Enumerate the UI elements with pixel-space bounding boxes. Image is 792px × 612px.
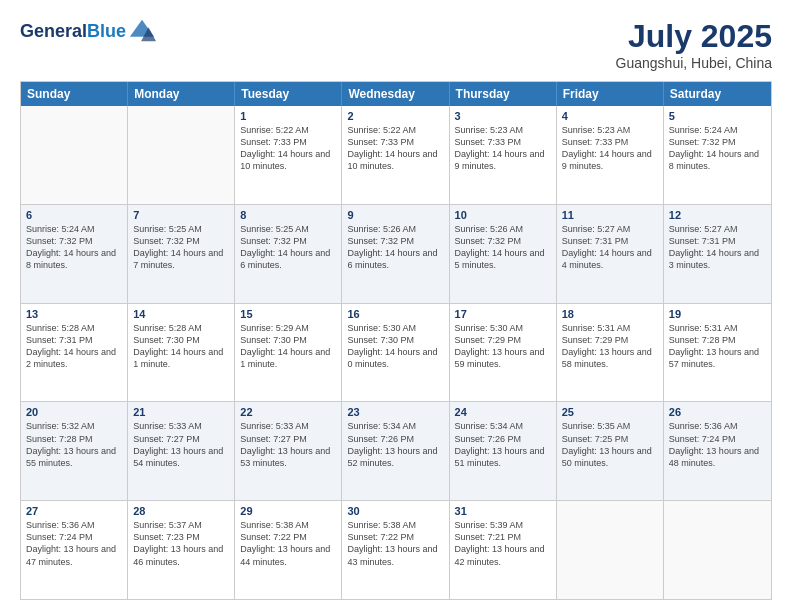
cell-details: Sunrise: 5:39 AM Sunset: 7:21 PM Dayligh… [455, 519, 551, 568]
calendar-cell: 20Sunrise: 5:32 AM Sunset: 7:28 PM Dayli… [21, 402, 128, 500]
page-header: GeneralBlue July 2025 Guangshui, Hubei, … [20, 18, 772, 71]
cell-details: Sunrise: 5:30 AM Sunset: 7:30 PM Dayligh… [347, 322, 443, 371]
calendar-header: SundayMondayTuesdayWednesdayThursdayFrid… [21, 82, 771, 106]
cell-details: Sunrise: 5:35 AM Sunset: 7:25 PM Dayligh… [562, 420, 658, 469]
weekday-header: Thursday [450, 82, 557, 106]
calendar-cell [128, 106, 235, 204]
calendar-cell: 3Sunrise: 5:23 AM Sunset: 7:33 PM Daylig… [450, 106, 557, 204]
day-number: 21 [133, 406, 229, 418]
day-number: 11 [562, 209, 658, 221]
cell-details: Sunrise: 5:36 AM Sunset: 7:24 PM Dayligh… [669, 420, 766, 469]
calendar-cell: 2Sunrise: 5:22 AM Sunset: 7:33 PM Daylig… [342, 106, 449, 204]
calendar-cell: 22Sunrise: 5:33 AM Sunset: 7:27 PM Dayli… [235, 402, 342, 500]
calendar-cell: 26Sunrise: 5:36 AM Sunset: 7:24 PM Dayli… [664, 402, 771, 500]
calendar-cell: 10Sunrise: 5:26 AM Sunset: 7:32 PM Dayli… [450, 205, 557, 303]
cell-details: Sunrise: 5:36 AM Sunset: 7:24 PM Dayligh… [26, 519, 122, 568]
cell-details: Sunrise: 5:31 AM Sunset: 7:29 PM Dayligh… [562, 322, 658, 371]
cell-details: Sunrise: 5:22 AM Sunset: 7:33 PM Dayligh… [240, 124, 336, 173]
cell-details: Sunrise: 5:33 AM Sunset: 7:27 PM Dayligh… [133, 420, 229, 469]
weekday-header: Sunday [21, 82, 128, 106]
calendar-cell [664, 501, 771, 599]
cell-details: Sunrise: 5:25 AM Sunset: 7:32 PM Dayligh… [133, 223, 229, 272]
calendar-cell: 18Sunrise: 5:31 AM Sunset: 7:29 PM Dayli… [557, 304, 664, 402]
day-number: 19 [669, 308, 766, 320]
day-number: 14 [133, 308, 229, 320]
cell-details: Sunrise: 5:34 AM Sunset: 7:26 PM Dayligh… [347, 420, 443, 469]
calendar-cell: 29Sunrise: 5:38 AM Sunset: 7:22 PM Dayli… [235, 501, 342, 599]
month-title: July 2025 [616, 18, 772, 55]
calendar-cell: 9Sunrise: 5:26 AM Sunset: 7:32 PM Daylig… [342, 205, 449, 303]
weekday-header: Friday [557, 82, 664, 106]
calendar-cell: 14Sunrise: 5:28 AM Sunset: 7:30 PM Dayli… [128, 304, 235, 402]
day-number: 26 [669, 406, 766, 418]
day-number: 7 [133, 209, 229, 221]
calendar-cell: 12Sunrise: 5:27 AM Sunset: 7:31 PM Dayli… [664, 205, 771, 303]
day-number: 27 [26, 505, 122, 517]
cell-details: Sunrise: 5:23 AM Sunset: 7:33 PM Dayligh… [455, 124, 551, 173]
calendar-cell: 7Sunrise: 5:25 AM Sunset: 7:32 PM Daylig… [128, 205, 235, 303]
cell-details: Sunrise: 5:23 AM Sunset: 7:33 PM Dayligh… [562, 124, 658, 173]
cell-details: Sunrise: 5:28 AM Sunset: 7:30 PM Dayligh… [133, 322, 229, 371]
calendar-cell: 28Sunrise: 5:37 AM Sunset: 7:23 PM Dayli… [128, 501, 235, 599]
day-number: 30 [347, 505, 443, 517]
calendar-page: GeneralBlue July 2025 Guangshui, Hubei, … [0, 0, 792, 612]
cell-details: Sunrise: 5:28 AM Sunset: 7:31 PM Dayligh… [26, 322, 122, 371]
cell-details: Sunrise: 5:25 AM Sunset: 7:32 PM Dayligh… [240, 223, 336, 272]
calendar-cell: 30Sunrise: 5:38 AM Sunset: 7:22 PM Dayli… [342, 501, 449, 599]
cell-details: Sunrise: 5:26 AM Sunset: 7:32 PM Dayligh… [455, 223, 551, 272]
day-number: 18 [562, 308, 658, 320]
weekday-header: Monday [128, 82, 235, 106]
day-number: 6 [26, 209, 122, 221]
calendar-cell: 5Sunrise: 5:24 AM Sunset: 7:32 PM Daylig… [664, 106, 771, 204]
cell-details: Sunrise: 5:22 AM Sunset: 7:33 PM Dayligh… [347, 124, 443, 173]
cell-details: Sunrise: 5:24 AM Sunset: 7:32 PM Dayligh… [669, 124, 766, 173]
calendar-cell: 27Sunrise: 5:36 AM Sunset: 7:24 PM Dayli… [21, 501, 128, 599]
day-number: 24 [455, 406, 551, 418]
cell-details: Sunrise: 5:34 AM Sunset: 7:26 PM Dayligh… [455, 420, 551, 469]
day-number: 17 [455, 308, 551, 320]
day-number: 29 [240, 505, 336, 517]
calendar-row: 27Sunrise: 5:36 AM Sunset: 7:24 PM Dayli… [21, 500, 771, 599]
calendar-cell: 16Sunrise: 5:30 AM Sunset: 7:30 PM Dayli… [342, 304, 449, 402]
cell-details: Sunrise: 5:33 AM Sunset: 7:27 PM Dayligh… [240, 420, 336, 469]
calendar-cell: 6Sunrise: 5:24 AM Sunset: 7:32 PM Daylig… [21, 205, 128, 303]
logo: GeneralBlue [20, 18, 156, 46]
day-number: 3 [455, 110, 551, 122]
day-number: 25 [562, 406, 658, 418]
day-number: 23 [347, 406, 443, 418]
day-number: 22 [240, 406, 336, 418]
cell-details: Sunrise: 5:37 AM Sunset: 7:23 PM Dayligh… [133, 519, 229, 568]
weekday-header: Wednesday [342, 82, 449, 106]
cell-details: Sunrise: 5:38 AM Sunset: 7:22 PM Dayligh… [347, 519, 443, 568]
calendar-cell: 23Sunrise: 5:34 AM Sunset: 7:26 PM Dayli… [342, 402, 449, 500]
calendar-cell: 19Sunrise: 5:31 AM Sunset: 7:28 PM Dayli… [664, 304, 771, 402]
calendar-cell: 8Sunrise: 5:25 AM Sunset: 7:32 PM Daylig… [235, 205, 342, 303]
calendar-cell [21, 106, 128, 204]
logo-text: GeneralBlue [20, 22, 126, 42]
day-number: 28 [133, 505, 229, 517]
cell-details: Sunrise: 5:26 AM Sunset: 7:32 PM Dayligh… [347, 223, 443, 272]
day-number: 20 [26, 406, 122, 418]
weekday-header: Tuesday [235, 82, 342, 106]
cell-details: Sunrise: 5:29 AM Sunset: 7:30 PM Dayligh… [240, 322, 336, 371]
calendar-cell: 24Sunrise: 5:34 AM Sunset: 7:26 PM Dayli… [450, 402, 557, 500]
day-number: 9 [347, 209, 443, 221]
calendar-cell: 13Sunrise: 5:28 AM Sunset: 7:31 PM Dayli… [21, 304, 128, 402]
calendar-cell: 31Sunrise: 5:39 AM Sunset: 7:21 PM Dayli… [450, 501, 557, 599]
calendar-cell: 11Sunrise: 5:27 AM Sunset: 7:31 PM Dayli… [557, 205, 664, 303]
day-number: 1 [240, 110, 336, 122]
location: Guangshui, Hubei, China [616, 55, 772, 71]
day-number: 2 [347, 110, 443, 122]
cell-details: Sunrise: 5:32 AM Sunset: 7:28 PM Dayligh… [26, 420, 122, 469]
cell-details: Sunrise: 5:27 AM Sunset: 7:31 PM Dayligh… [562, 223, 658, 272]
title-block: July 2025 Guangshui, Hubei, China [616, 18, 772, 71]
calendar-cell: 15Sunrise: 5:29 AM Sunset: 7:30 PM Dayli… [235, 304, 342, 402]
calendar: SundayMondayTuesdayWednesdayThursdayFrid… [20, 81, 772, 600]
day-number: 5 [669, 110, 766, 122]
calendar-row: 13Sunrise: 5:28 AM Sunset: 7:31 PM Dayli… [21, 303, 771, 402]
day-number: 13 [26, 308, 122, 320]
calendar-cell: 1Sunrise: 5:22 AM Sunset: 7:33 PM Daylig… [235, 106, 342, 204]
cell-details: Sunrise: 5:31 AM Sunset: 7:28 PM Dayligh… [669, 322, 766, 371]
calendar-row: 1Sunrise: 5:22 AM Sunset: 7:33 PM Daylig… [21, 106, 771, 204]
calendar-row: 20Sunrise: 5:32 AM Sunset: 7:28 PM Dayli… [21, 401, 771, 500]
